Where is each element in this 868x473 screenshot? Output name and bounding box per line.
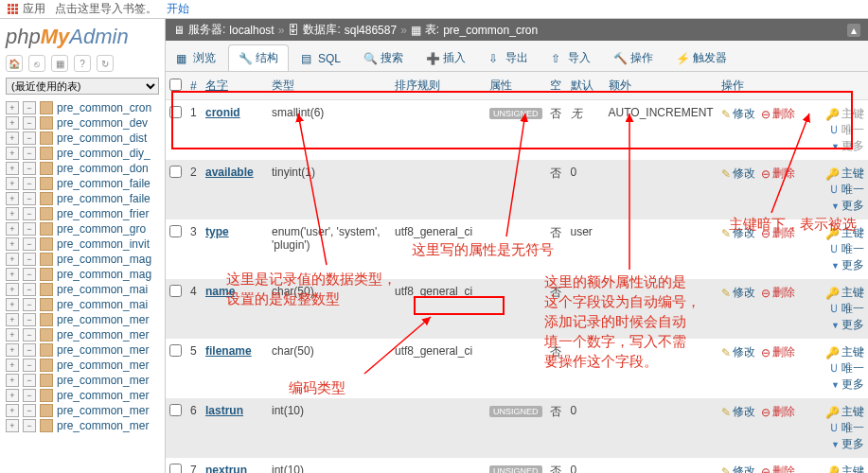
collapse-icon[interactable]: ▴ bbox=[847, 24, 860, 37]
row-checkbox[interactable] bbox=[169, 404, 182, 416]
expand-icon[interactable]: − bbox=[23, 374, 36, 387]
row-checkbox[interactable] bbox=[169, 106, 182, 118]
more-link[interactable]: ▼更多 bbox=[829, 138, 864, 154]
primary-key-link[interactable]: 🔑主键 bbox=[825, 404, 864, 420]
unique-link[interactable]: Ｕ唯一 bbox=[828, 420, 864, 436]
expand-icon[interactable]: − bbox=[23, 177, 36, 190]
tree-item[interactable]: +−pre_common_faile bbox=[6, 176, 159, 191]
expand-icon[interactable]: − bbox=[23, 389, 36, 402]
expand-icon[interactable]: + bbox=[6, 253, 19, 266]
more-link[interactable]: ▼更多 bbox=[829, 257, 864, 273]
expand-icon[interactable]: − bbox=[23, 404, 36, 417]
expand-icon[interactable]: + bbox=[6, 222, 19, 236]
expand-icon[interactable]: + bbox=[6, 207, 19, 220]
primary-key-link[interactable]: 🔑主键 bbox=[825, 106, 864, 122]
tab-export[interactable]: ⇩导出 bbox=[478, 44, 539, 71]
edit-link[interactable]: ✎修改 bbox=[721, 225, 755, 241]
delete-link[interactable]: ⊖删除 bbox=[761, 225, 795, 241]
expand-icon[interactable]: − bbox=[23, 419, 36, 432]
row-checkbox[interactable] bbox=[169, 285, 182, 297]
edit-link[interactable]: ✎修改 bbox=[721, 344, 755, 360]
unique-link[interactable]: Ｕ唯一 bbox=[828, 122, 864, 138]
bc-server[interactable]: localhost bbox=[229, 24, 274, 37]
unique-link[interactable]: Ｕ唯一 bbox=[828, 301, 864, 317]
start-link[interactable]: 开始 bbox=[167, 1, 189, 17]
tree-item[interactable]: +−pre_common_mag bbox=[6, 252, 159, 267]
tree-item[interactable]: +−pre_common_frier bbox=[6, 206, 159, 221]
more-link[interactable]: ▼更多 bbox=[829, 198, 864, 214]
expand-icon[interactable]: + bbox=[6, 298, 19, 311]
expand-icon[interactable]: + bbox=[6, 162, 19, 175]
bc-db[interactable]: sql486587 bbox=[345, 24, 397, 37]
unique-link[interactable]: Ｕ唯一 bbox=[828, 182, 864, 198]
primary-key-link[interactable]: 🔑主键 bbox=[825, 225, 864, 241]
expand-icon[interactable]: − bbox=[23, 192, 36, 205]
expand-icon[interactable]: − bbox=[23, 147, 36, 160]
expand-icon[interactable]: − bbox=[23, 283, 36, 296]
delete-link[interactable]: ⊖删除 bbox=[761, 404, 795, 420]
expand-icon[interactable]: + bbox=[6, 389, 19, 402]
apps-button[interactable]: 应用 bbox=[8, 1, 45, 17]
expand-icon[interactable]: + bbox=[6, 147, 19, 160]
primary-key-link[interactable]: 🔑主键 bbox=[825, 285, 864, 301]
expand-icon[interactable]: + bbox=[6, 283, 19, 296]
tab-insert[interactable]: ➕插入 bbox=[416, 44, 476, 71]
expand-icon[interactable]: + bbox=[6, 404, 19, 417]
field-name[interactable]: available bbox=[205, 166, 254, 179]
tree-item[interactable]: +−pre_common_mer bbox=[6, 312, 159, 327]
bc-table[interactable]: pre_common_cron bbox=[443, 24, 538, 37]
tree-item[interactable]: +−pre_common_mer bbox=[6, 418, 159, 433]
expand-icon[interactable]: − bbox=[23, 328, 36, 342]
tree-item[interactable]: +−pre_common_mer bbox=[6, 373, 159, 388]
col-name[interactable]: 名字 bbox=[202, 72, 268, 100]
expand-icon[interactable]: − bbox=[23, 313, 36, 326]
field-name[interactable]: lastrun bbox=[205, 404, 243, 417]
tab-search[interactable]: 🔍搜索 bbox=[353, 44, 414, 71]
expand-icon[interactable]: + bbox=[6, 419, 19, 432]
delete-link[interactable]: ⊖删除 bbox=[761, 106, 795, 122]
edit-link[interactable]: ✎修改 bbox=[721, 285, 755, 301]
select-all-checkbox[interactable] bbox=[169, 79, 182, 91]
row-checkbox[interactable] bbox=[169, 464, 182, 473]
tab-import[interactable]: ⇧导入 bbox=[540, 44, 601, 71]
tab-triggers[interactable]: ⚡触发器 bbox=[665, 44, 737, 71]
delete-link[interactable]: ⊖删除 bbox=[761, 464, 795, 473]
edit-link[interactable]: ✎修改 bbox=[721, 464, 755, 473]
primary-key-link[interactable]: 🔑主键 bbox=[825, 464, 864, 473]
tab-sql[interactable]: ▤SQL bbox=[291, 44, 351, 71]
more-link[interactable]: ▼更多 bbox=[829, 436, 864, 452]
expand-icon[interactable]: − bbox=[23, 343, 36, 357]
tree-item[interactable]: +−pre_common_mai bbox=[6, 297, 159, 312]
expand-icon[interactable]: − bbox=[23, 162, 36, 175]
expand-icon[interactable]: + bbox=[6, 116, 19, 130]
edit-link[interactable]: ✎修改 bbox=[721, 106, 755, 122]
tree-item[interactable]: +−pre_common_mai bbox=[6, 282, 159, 297]
expand-icon[interactable]: − bbox=[23, 253, 36, 266]
expand-icon[interactable]: + bbox=[6, 374, 19, 387]
delete-link[interactable]: ⊖删除 bbox=[761, 344, 795, 360]
unique-link[interactable]: Ｕ唯一 bbox=[828, 360, 864, 377]
expand-icon[interactable]: + bbox=[6, 131, 19, 145]
delete-link[interactable]: ⊖删除 bbox=[761, 285, 795, 301]
field-name[interactable]: name bbox=[205, 285, 235, 298]
tree-item[interactable]: +−pre_common_mer bbox=[6, 358, 159, 373]
tree-item[interactable]: +−pre_common_mer bbox=[6, 403, 159, 418]
tree-item[interactable]: +−pre_common_mer bbox=[6, 327, 159, 342]
tree-item[interactable]: +−pre_common_mer bbox=[6, 342, 159, 358]
edit-link[interactable]: ✎修改 bbox=[721, 404, 755, 420]
nav-shortcuts[interactable]: 🏠⎋▦?↻ bbox=[6, 55, 159, 72]
tree-item[interactable]: +−pre_common_invit bbox=[6, 236, 159, 252]
expand-icon[interactable]: − bbox=[23, 237, 36, 251]
tree-item[interactable]: +−pre_common_cron bbox=[6, 100, 159, 115]
expand-icon[interactable]: + bbox=[6, 237, 19, 251]
tree-item[interactable]: +−pre_common_dev bbox=[6, 115, 159, 131]
tab-operations[interactable]: 🔨操作 bbox=[603, 44, 664, 71]
tree-item[interactable]: +−pre_common_don bbox=[6, 161, 159, 176]
tab-structure[interactable]: 🔧结构 bbox=[228, 44, 289, 71]
tree-item[interactable]: +−pre_common_gro bbox=[6, 221, 159, 236]
primary-key-link[interactable]: 🔑主键 bbox=[825, 166, 864, 182]
expand-icon[interactable]: + bbox=[6, 313, 19, 326]
expand-icon[interactable]: + bbox=[6, 268, 19, 281]
tree-item[interactable]: +−pre_common_diy_ bbox=[6, 146, 159, 161]
expand-icon[interactable]: − bbox=[23, 222, 36, 236]
